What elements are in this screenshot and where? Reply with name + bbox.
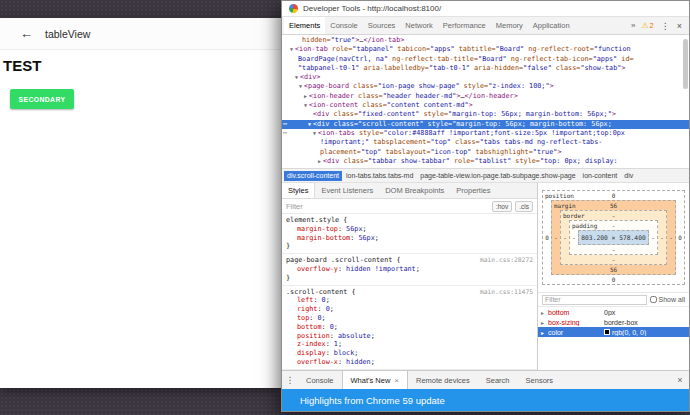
dom-tree-node[interactable]: placement="top" tabslayout="icon-top" ta… <box>282 148 689 157</box>
css-property-value[interactable]: block <box>334 349 354 357</box>
css-selector[interactable]: element.style { <box>286 216 347 225</box>
css-property-value[interactable]: hidden !important <box>346 265 416 273</box>
more-actions-icon[interactable]: ⋯ <box>283 120 286 129</box>
dom-tree-node[interactable]: ▼<ion-tab role="tabpanel" tabicon="apps"… <box>282 45 689 54</box>
drawer-tab-sensors[interactable]: Sensors <box>518 371 562 389</box>
show-all-toggle[interactable]: Show all <box>650 296 685 303</box>
expand-arrow-icon[interactable]: ▸ <box>541 319 548 326</box>
breadcrumb-item[interactable]: div.scroll-content <box>284 171 342 181</box>
expand-arrow-icon[interactable]: ▸ <box>541 329 548 336</box>
css-property[interactable]: overflow-y: hidden !important; <box>286 265 533 274</box>
css-property-value[interactable]: 56px <box>346 225 362 233</box>
dom-tree-node[interactable]: ⋯▼<ion-tabs style="color:#4888aff !impor… <box>282 129 689 138</box>
css-property-name[interactable]: right <box>297 305 317 313</box>
css-property[interactable]: top: 0; <box>286 314 533 323</box>
sidebar-tab-styles[interactable]: Styles <box>282 183 315 198</box>
css-property[interactable]: left: 0; <box>286 296 533 305</box>
css-property-name[interactable]: margin-top <box>297 225 338 233</box>
boxmodel-border[interactable]: border--padding--803.200 × 578.400---- <box>560 210 667 265</box>
css-property-value[interactable]: hidden <box>346 358 371 366</box>
warnings-indicator[interactable]: ⚠ 2 <box>638 21 656 30</box>
breadcrumb-item[interactable]: page-table-view.ion-page.tab-subpage.sho… <box>417 171 578 181</box>
boxmodel-padding[interactable]: padding--803.200 × 578.400-- <box>569 220 658 255</box>
boxmodel-ring-label: margin <box>554 201 576 210</box>
tab-console[interactable]: Console <box>325 17 363 34</box>
breadcrumb-item[interactable]: ion-tabs.tabs.tabs-md <box>343 171 416 181</box>
styles-filter-input[interactable] <box>286 202 489 211</box>
css-property[interactable]: margin-bottom: 56px; <box>286 234 533 243</box>
dom-tree-node[interactable]: ▼<page-board class="ion-page show-page" … <box>282 82 689 91</box>
back-arrow-icon[interactable]: ← <box>20 26 33 41</box>
css-property-name[interactable]: overflow-y <box>297 265 338 273</box>
dom-tree-node[interactable]: ▶<ion-header class="header header-md">…<… <box>282 92 689 101</box>
boxmodel-position[interactable]: position00margin56-border--padding--803.… <box>542 190 685 285</box>
code-token: "top: 0px; display: <box>540 157 618 165</box>
tab-network[interactable]: Network <box>400 17 438 34</box>
toggle-cls-button[interactable]: .cls <box>515 201 533 212</box>
css-property[interactable]: position: absolute; <box>286 332 533 341</box>
css-property-name[interactable]: left <box>297 296 313 304</box>
sidebar-tab-properties[interactable]: Properties <box>450 183 496 198</box>
drawer-close-icon[interactable]: × <box>671 371 689 389</box>
css-property[interactable]: z-index: 1; <box>286 340 533 349</box>
expand-arrow-icon[interactable]: ▸ <box>541 309 548 316</box>
tab-elements[interactable]: Elements <box>284 17 325 34</box>
tab-application[interactable]: Application <box>528 17 575 34</box>
breadcrumb-item[interactable]: ion-content <box>580 171 621 181</box>
css-property-name[interactable]: z-index <box>297 340 326 348</box>
boxmodel-content[interactable]: 803.200 × 578.400 <box>578 230 649 245</box>
computed-property-row[interactable]: ▸box-sizingborder-box <box>538 317 689 327</box>
css-selector[interactable]: page-board .scroll-content { <box>286 256 401 265</box>
tab-sources[interactable]: Sources <box>363 17 401 34</box>
css-source-link[interactable]: main.css:11475 <box>474 288 533 297</box>
css-property-name[interactable]: position <box>297 332 330 340</box>
toggle-hov-button[interactable]: :hov <box>492 201 512 212</box>
drawer-tab-remote-devices[interactable]: Remote devices <box>408 371 478 389</box>
css-property-name[interactable]: bottom <box>297 323 322 331</box>
overflow-tabs-icon[interactable]: » <box>628 21 638 30</box>
css-property-name[interactable]: margin-bottom <box>297 234 350 242</box>
sidebar-tab-event-listeners[interactable]: Event Listeners <box>315 183 379 198</box>
css-property-value[interactable]: absolute <box>338 332 371 340</box>
computed-property-row[interactable]: ▸colorrgb(0, 0, 0) <box>538 327 689 337</box>
css-source-link[interactable]: main.css:28272 <box>474 256 533 265</box>
boxmodel-top-value: - <box>612 212 616 219</box>
dom-tree-node[interactable]: "tabpanel-t0-1" aria-labelledby="tab-t0-… <box>282 64 689 73</box>
breadcrumb-item[interactable]: div <box>621 171 636 181</box>
more-actions-icon[interactable]: ⋯ <box>283 129 286 138</box>
devtools-menu-icon[interactable]: ⋮ <box>657 21 674 31</box>
dom-tree-node[interactable]: ▼<ion-content class="content content-md"… <box>282 101 689 110</box>
drawer-menu-icon[interactable]: ⋮ <box>282 371 298 389</box>
boxmodel-margin[interactable]: margin56-border--padding--803.200 × 578.… <box>551 200 676 275</box>
dom-tree-node[interactable]: hidden="true">…</ion-tab> <box>282 36 689 45</box>
tab-memory[interactable]: Memory <box>491 17 528 34</box>
computed-filter-input[interactable] <box>542 295 647 305</box>
drawer-tab-console[interactable]: Console <box>298 371 342 389</box>
drawer-tab-search[interactable]: Search <box>478 371 518 389</box>
show-all-checkbox[interactable] <box>650 296 657 303</box>
dom-tree-node[interactable]: ▶<div class="tabbar show-tabbar" role="t… <box>282 157 689 166</box>
css-property-name[interactable]: overflow-x <box>297 358 338 366</box>
css-property-name[interactable]: top <box>297 314 309 322</box>
css-property[interactable]: overflow-x: hidden; <box>286 358 533 367</box>
sidebar-tab-dom-breakpoints[interactable]: DOM Breakpoints <box>379 183 450 198</box>
dom-tree-node[interactable]: <div class="fixed-content" style="margin… <box>282 110 689 119</box>
css-property[interactable]: margin-top: 56px; <box>286 225 533 234</box>
css-property-value[interactable]: 56px <box>358 234 374 242</box>
drawer-tab-what-s-new[interactable]: What's New× <box>342 371 408 389</box>
tab-close-icon[interactable]: × <box>394 376 399 385</box>
css-property-name[interactable]: display <box>297 349 326 357</box>
dom-tree-node[interactable]: ▼<div> <box>282 73 689 82</box>
dom-tree-node[interactable]: ⋯▼<div class="scroll-content" style="mar… <box>282 120 689 129</box>
dom-tree-node[interactable]: BoardPage(navCtrl, na" ng-reflect-tab-ti… <box>282 55 689 64</box>
tab-performance[interactable]: Performance <box>438 17 491 34</box>
dom-tree-node[interactable]: !important;" tabsplacement="top" class="… <box>282 138 689 147</box>
computed-property-row[interactable]: ▸bottom0px <box>538 307 689 317</box>
devtools-close-icon[interactable]: × <box>674 21 687 31</box>
css-property[interactable]: display: block; <box>286 349 533 358</box>
css-property[interactable]: right: 0; <box>286 305 533 314</box>
css-rule-close: } <box>286 274 533 283</box>
css-selector[interactable]: .scroll-content { <box>286 288 356 297</box>
secondary-button[interactable]: SECONDARY <box>10 89 74 109</box>
css-property[interactable]: bottom: 0; <box>286 323 533 332</box>
